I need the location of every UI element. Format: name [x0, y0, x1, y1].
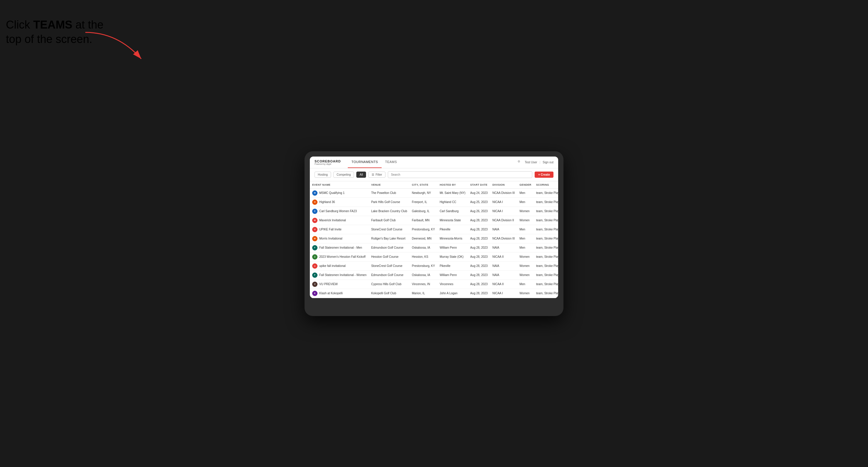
table-row: U UPIKE Fall Invite StoneCrest Golf Cour…	[310, 225, 558, 234]
event-name: MSMC Qualifying 1	[319, 191, 345, 194]
cell-venue: Faribault Golf Club	[369, 216, 409, 225]
cell-city: Galesburg, IL	[410, 207, 437, 216]
cell-venue: Edmundson Golf Course	[369, 243, 409, 252]
cell-date: Aug 28, 2023	[468, 243, 490, 252]
filter-button[interactable]: ☰ Filter	[368, 172, 385, 178]
cell-division: NICAA II	[490, 252, 517, 261]
cell-division: NCAA Division III	[490, 234, 517, 243]
col-gender: GENDER	[517, 181, 534, 189]
cell-hosted: Mt. Saint Mary (NY)	[437, 188, 468, 197]
cell-date: Aug 25, 2023	[468, 197, 490, 207]
cell-venue: Edmundson Golf Course	[369, 271, 409, 280]
tablet-screen: SCOREBOARD Powered by clippit TOURNAMENT…	[310, 157, 558, 298]
cell-gender: Women	[517, 216, 534, 225]
event-name: Maverick Invitational	[319, 219, 346, 222]
cell-division: NICAA II	[490, 280, 517, 289]
tablet-frame: SCOREBOARD Powered by clippit TOURNAMENT…	[305, 151, 563, 316]
cell-date: Aug 28, 2023	[468, 234, 490, 243]
cell-venue: StoneCrest Golf Course	[369, 261, 409, 271]
cell-city: Oskaloosa, IA	[410, 243, 437, 252]
table-header: EVENT NAME VENUE CITY, STATE HOSTED BY S…	[310, 181, 558, 189]
app-header: SCOREBOARD Powered by clippit TOURNAMENT…	[310, 157, 558, 168]
event-name-cell: M Morris Invitational	[310, 234, 369, 243]
cell-gender: Women	[517, 271, 534, 280]
cell-venue: StoneCrest Golf Course	[369, 225, 409, 234]
team-logo: F	[312, 245, 317, 250]
cell-scoring: team, Stroke Play	[534, 225, 558, 234]
cell-scoring: team, Stroke Play	[534, 271, 558, 280]
table-row: M Morris Invitational Ruttger's Bay Lake…	[310, 234, 558, 243]
cell-date: Aug 28, 2023	[468, 261, 490, 271]
cell-city: Vincennes, IN	[410, 280, 437, 289]
col-event-name: EVENT NAME	[310, 181, 369, 189]
cell-gender: Men	[517, 280, 534, 289]
cell-city: Freeport, IL	[410, 197, 437, 207]
event-name: Fall Statesmen Invitational - Men	[319, 246, 362, 249]
cell-date: Aug 28, 2023	[468, 252, 490, 261]
table-row: 2 2023 Women's Hesston Fall Kickoff Hess…	[310, 252, 558, 261]
nav-tab-teams[interactable]: TEAMS	[382, 157, 400, 168]
cell-date: Aug 28, 2023	[468, 280, 490, 289]
cell-city: Deerwood, MN	[410, 234, 437, 243]
table-row: M Maverick Invitational Faribault Golf C…	[310, 216, 558, 225]
cell-gender: Women	[517, 289, 534, 298]
team-logo: F	[312, 273, 317, 278]
create-button[interactable]: + Create	[535, 172, 554, 178]
cell-scoring: team, Stroke Play	[534, 188, 558, 197]
cell-city: Prestonsburg, KY	[410, 261, 437, 271]
table-row: H Highland 36 Park Hills Golf CourseFree…	[310, 197, 558, 207]
cell-date: Aug 28, 2023	[468, 271, 490, 280]
header-right: ⚙ Test User | Sign out	[518, 160, 554, 164]
cell-venue: Ruttger's Bay Lake Resort	[369, 234, 409, 243]
cell-scoring: team, Stroke Play	[534, 280, 558, 289]
cell-scoring: team, Stroke Play	[534, 243, 558, 252]
filter-icon: ☰	[372, 173, 374, 176]
event-name-cell: K Klash at Kokopelli	[310, 289, 369, 298]
cell-division: NAIA	[490, 225, 517, 234]
hosting-tab[interactable]: Hosting	[314, 172, 331, 178]
tournament-table: EVENT NAME VENUE CITY, STATE HOSTED BY S…	[310, 181, 558, 298]
cell-hosted: Pikeville	[437, 225, 468, 234]
col-division: DIVISION	[490, 181, 517, 189]
cell-gender: Women	[517, 252, 534, 261]
cell-city: Faribault, MN	[410, 216, 437, 225]
filter-label: Filter	[375, 173, 382, 176]
sign-out-link[interactable]: Sign out	[542, 161, 554, 164]
cell-hosted: Vincennes	[437, 280, 468, 289]
cell-gender: Men	[517, 188, 534, 197]
event-name: Fall Statesmen Invitational - Women	[319, 273, 366, 277]
competing-tab[interactable]: Competing	[333, 172, 354, 178]
event-name: Morris Invitational	[319, 237, 342, 240]
cell-date: Aug 28, 2023	[468, 289, 490, 298]
team-logo: C	[312, 209, 317, 214]
cell-date: Aug 24, 2023	[468, 188, 490, 197]
cell-scoring: team, Stroke Play	[534, 197, 558, 207]
cell-division: NCAA Division II	[490, 216, 517, 225]
cell-city: Prestonsburg, KY	[410, 225, 437, 234]
cell-city: Newburgh, NY	[410, 188, 437, 197]
event-name-cell: M MSMC Qualifying 1	[310, 188, 369, 197]
search-input[interactable]	[388, 171, 533, 178]
team-logo: H	[312, 199, 317, 205]
cell-scoring: team, Stroke Play	[534, 216, 558, 225]
cell-division: NICAA I	[490, 289, 517, 298]
cell-venue: The Powelton Club	[369, 188, 409, 197]
event-name-cell: U UPIKE Fall Invite	[310, 225, 369, 234]
cell-division: NAIA	[490, 271, 517, 280]
user-name: Test User	[525, 161, 537, 164]
event-name: Klash at Kokopelli	[319, 291, 343, 295]
cell-scoring: team, Stroke Play	[534, 234, 558, 243]
app-logo-sub: Powered by clippit	[314, 163, 341, 165]
event-name: 2023 Women's Hesston Fall Kickoff	[319, 255, 366, 258]
table-row: V VU PREVIEW Cypress Hills Golf ClubVinc…	[310, 280, 558, 289]
cell-city: Marion, IL	[410, 289, 437, 298]
cell-venue: Cypress Hills Golf Club	[369, 280, 409, 289]
event-name-cell: C Carl Sandburg Women FA23	[310, 207, 369, 216]
team-logo: 2	[312, 254, 317, 259]
cell-hosted: Minnesota-Morris	[437, 234, 468, 243]
all-tab[interactable]: All	[356, 172, 366, 178]
settings-icon[interactable]: ⚙	[518, 160, 522, 164]
nav-tab-tournaments[interactable]: TOURNAMENTS	[348, 157, 381, 168]
cell-scoring: team, Stroke Play	[534, 261, 558, 271]
cell-gender: Men	[517, 234, 534, 243]
